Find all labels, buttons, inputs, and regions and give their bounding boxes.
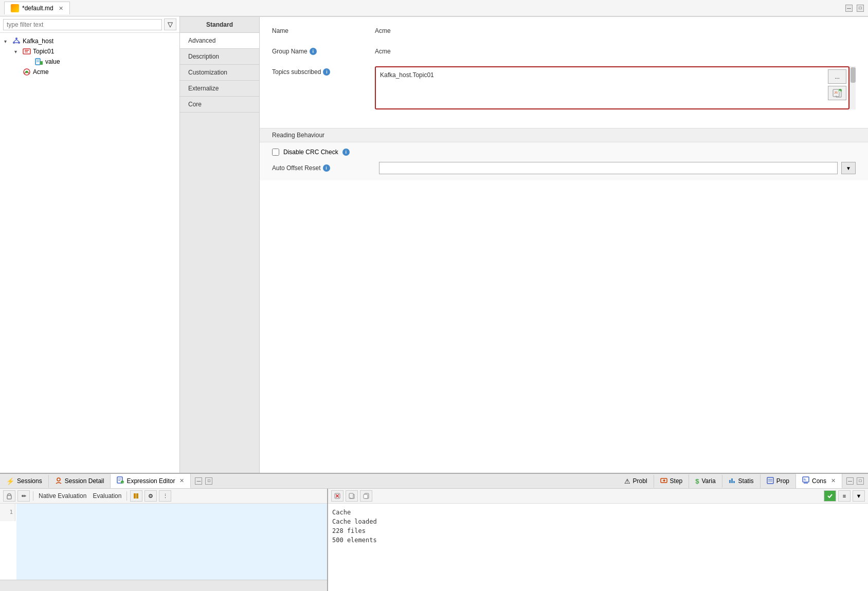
filter-input[interactable] xyxy=(3,19,162,30)
disable-crc-info-icon[interactable]: i xyxy=(342,149,350,156)
window-controls: — □ xyxy=(845,5,864,12)
cache-label: Cache xyxy=(332,508,864,517)
lock-button[interactable] xyxy=(3,490,15,502)
console-line-1: Cache loaded xyxy=(332,517,864,526)
varia-icon: $ xyxy=(695,477,699,485)
settings-button[interactable]: ⚙ xyxy=(144,490,157,502)
minimize-button[interactable]: — xyxy=(845,5,853,12)
name-value: Acme xyxy=(375,25,856,36)
accept-button[interactable] xyxy=(824,490,836,502)
toolbar-sep-2 xyxy=(126,491,127,501)
prop-icon xyxy=(767,477,774,486)
tree-item-kafka-host[interactable]: ▾ Kafka_host xyxy=(0,36,179,46)
expr-maximize-button[interactable]: □ xyxy=(205,477,212,485)
value-icon xyxy=(35,58,43,66)
svg-text:JS: JS xyxy=(834,91,838,94)
expression-editor-close[interactable]: ✕ xyxy=(179,477,184,484)
expr-editor-area[interactable]: 1 xyxy=(0,504,327,580)
sessions-icon: ⚡ xyxy=(6,477,14,485)
tab-close-button[interactable]: ✕ xyxy=(59,5,63,12)
topics-buttons: ... JS ▶ xyxy=(828,69,846,100)
svg-text:✓: ✓ xyxy=(122,481,124,484)
stack-button[interactable]: ≡ xyxy=(838,490,851,502)
svg-point-0 xyxy=(15,38,17,40)
clear-button[interactable] xyxy=(331,490,343,502)
tab-cons[interactable]: Cons ✕ xyxy=(796,474,842,488)
tab-varia[interactable]: $ Varia xyxy=(689,475,722,488)
scroll-thumb xyxy=(851,67,856,83)
expr-content-area[interactable] xyxy=(16,504,327,580)
reading-behaviour-header: Reading Behaviour xyxy=(260,128,868,142)
console-line-2: 228 files xyxy=(332,526,864,535)
console-line-3: 500 elements xyxy=(332,535,864,545)
chevron-down-icon: ▾ xyxy=(4,39,10,44)
sessions-label: Sessions xyxy=(17,477,42,485)
topics-info-icon[interactable]: i xyxy=(323,68,330,76)
line-numbers: 1 xyxy=(0,504,15,521)
cons-maximize-button[interactable]: □ xyxy=(857,477,864,485)
svg-rect-45 xyxy=(364,494,368,498)
svg-rect-28 xyxy=(731,478,733,483)
group-name-info-icon[interactable]: i xyxy=(310,48,317,55)
topics-label: Topics subscribed i xyxy=(272,66,375,76)
more-button[interactable]: ⋮ xyxy=(159,490,171,502)
spacer-acme: ▸ xyxy=(14,69,21,75)
cons-minimize-button[interactable]: — xyxy=(846,477,854,485)
tab-statis[interactable]: Statis xyxy=(722,474,761,488)
auto-offset-select[interactable] xyxy=(379,162,838,174)
cons-icon xyxy=(802,476,809,485)
maximize-button[interactable]: □ xyxy=(857,5,864,12)
console-panel: ≡ ▼ Cache Cache loaded 228 files 500 ele… xyxy=(328,489,868,591)
topics-container: Kafka_host.Topic01 ... xyxy=(375,66,856,109)
tab-sessions[interactable]: ⚡ Sessions xyxy=(0,475,49,488)
cons-close[interactable]: ✕ xyxy=(831,477,836,484)
disable-crc-checkbox[interactable] xyxy=(272,149,279,156)
group-name-row: Group Name i Acme xyxy=(272,46,856,60)
svg-rect-27 xyxy=(729,480,731,483)
tab-advanced[interactable]: Advanced xyxy=(180,33,259,49)
svg-text:▶: ▶ xyxy=(839,89,841,93)
tab-description[interactable]: Description xyxy=(180,49,259,65)
expression-editor-icon: ✓ xyxy=(117,476,124,485)
dropdown-arrow-icon[interactable]: ▼ xyxy=(841,162,856,174)
tab-core[interactable]: Core xyxy=(180,97,259,113)
svg-line-3 xyxy=(14,40,16,42)
tree-container: ▾ Kafka_host ▾ xyxy=(0,33,179,473)
kafka-host-label: Kafka_host xyxy=(23,38,53,45)
console-toolbar: ≡ ▼ xyxy=(328,489,868,504)
filter-button[interactable]: ▽ xyxy=(164,19,176,30)
export-button[interactable] xyxy=(346,490,358,502)
edit-button[interactable]: ✏ xyxy=(17,490,30,502)
toolbar-sep-1 xyxy=(33,491,33,501)
tab-step[interactable]: Step xyxy=(654,474,690,488)
cons-panel-controls: — □ xyxy=(842,477,868,485)
topics-ellipsis-button[interactable]: ... xyxy=(828,69,846,84)
svg-rect-33 xyxy=(803,477,809,482)
tab-probl[interactable]: ⚠ Probl xyxy=(618,475,654,488)
group-name-label: Group Name i xyxy=(272,46,375,55)
tab-externalize[interactable]: Externalize xyxy=(180,81,259,97)
expr-minimize-button[interactable]: — xyxy=(195,477,202,485)
main-container: ▽ ▾ Kafka_host xyxy=(0,16,868,473)
title-tab[interactable]: *default.md ✕ xyxy=(4,2,70,14)
auto-offset-info-icon[interactable]: i xyxy=(323,164,330,172)
copy-button[interactable] xyxy=(360,490,372,502)
name-label: Name xyxy=(272,25,375,34)
disable-crc-label: Disable CRC Check xyxy=(283,149,338,156)
svg-point-14 xyxy=(26,71,28,73)
tree-item-topic01[interactable]: ▾ Topic01 xyxy=(0,46,179,57)
expr-status-bar xyxy=(0,580,327,591)
library-button[interactable] xyxy=(130,490,142,502)
topics-script-button[interactable]: JS ▶ xyxy=(828,86,846,100)
tree-item-acme[interactable]: ▸ Acme xyxy=(0,67,179,77)
cons-label: Cons xyxy=(812,477,826,485)
file-name: *default.md xyxy=(22,5,53,12)
bottom-tabs-bar: ⚡ Sessions Session Detail ✓ xyxy=(0,474,868,489)
tab-customization[interactable]: Customization xyxy=(180,65,259,81)
dropdown-button[interactable]: ▼ xyxy=(853,490,865,502)
tree-item-value[interactable]: ▸ value xyxy=(0,57,179,67)
tab-prop[interactable]: Prop xyxy=(761,474,796,488)
tab-expression-editor[interactable]: ✓ Expression Editor ✕ xyxy=(111,474,191,488)
spacer: ▸ xyxy=(27,59,33,65)
tab-session-detail[interactable]: Session Detail xyxy=(49,474,111,488)
